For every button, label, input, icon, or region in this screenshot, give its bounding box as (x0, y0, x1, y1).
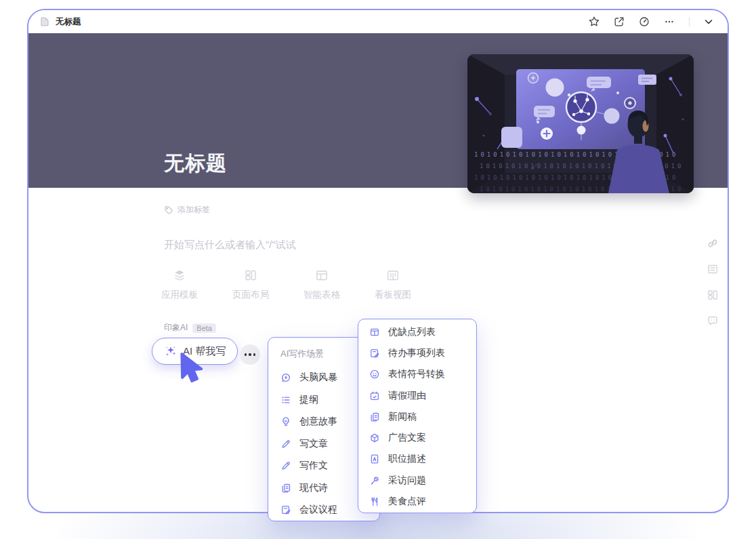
template-label: 智能表格 (303, 289, 340, 301)
layout-blocks-icon (244, 268, 257, 282)
titlebar: 无标题 (28, 10, 728, 33)
template-smart-table[interactable]: 智能表格 (295, 268, 349, 301)
doc-edit-icon (280, 504, 291, 515)
smart-table-icon (315, 268, 329, 282)
todo-doc-icon (369, 348, 380, 359)
menu-item-todo-list[interactable]: 待办事项列表 (358, 342, 476, 363)
recent-icon[interactable] (638, 16, 650, 28)
menu-item-leave-excuse[interactable]: 请假理由 (358, 385, 476, 406)
layers-icon (173, 268, 186, 282)
template-kanban-view[interactable]: 看板视图 (366, 268, 420, 301)
menu-item-ad-copy[interactable]: 广告文案 (358, 427, 476, 448)
ai-write-label: AI 帮我写 (183, 345, 226, 358)
comment-icon[interactable] (707, 315, 719, 327)
template-row: 应用模板 页面布局 智能表格 看板视图 (152, 268, 437, 301)
star-icon[interactable] (588, 16, 600, 28)
add-tag-button[interactable]: 添加标签 (164, 204, 210, 216)
tag-icon (164, 205, 173, 215)
package-box-icon (369, 433, 380, 443)
menu-item-job-description[interactable]: 职位描述 (358, 449, 476, 470)
doc-a-icon (369, 454, 380, 464)
titlebar-actions (588, 16, 714, 28)
share-icon[interactable] (613, 16, 625, 28)
ai-brand-name: 印象AI (164, 322, 188, 334)
menu-item-food-review[interactable]: 美食点评 (358, 491, 476, 512)
template-label: 页面布局 (232, 289, 269, 301)
microphone-icon (369, 475, 380, 486)
menu-item-pros-cons[interactable]: 优缺点列表 (358, 321, 476, 342)
lightbulb-icon (280, 416, 291, 427)
smiley-icon (369, 369, 380, 380)
layout-icon[interactable] (707, 289, 719, 301)
calendar-check-icon (369, 391, 380, 401)
pros-cons-table-icon (369, 327, 380, 338)
note-title[interactable]: 无标题 (164, 150, 227, 178)
outline-list-icon (280, 395, 291, 405)
template-page-layout[interactable]: 页面布局 (224, 268, 278, 301)
menu-item-press-release[interactable]: 新闻稿 (358, 406, 476, 427)
copy-doc-icon (369, 412, 380, 422)
copy-doc-icon (280, 483, 291, 494)
template-apply-template[interactable]: 应用模板 (152, 268, 207, 301)
outline-box-icon[interactable] (707, 263, 719, 275)
cutlery-icon (369, 496, 380, 507)
template-label: 看板视图 (375, 289, 411, 301)
ai-scene-menu: 优缺点列表 待办事项列表 表情符号转换 请假理由 新闻稿 广告文案 职位描述 (358, 319, 477, 513)
menu-item-interview-questions[interactable]: 采访问题 (358, 470, 476, 491)
link-icon[interactable] (707, 237, 719, 249)
editor-placeholder[interactable]: 开始写点什么或者输入"/"试试 (164, 239, 296, 252)
ai-write-button[interactable]: AI 帮我写 (152, 338, 238, 365)
add-tag-label: 添加标签 (177, 204, 210, 216)
side-tool-rail (707, 237, 719, 327)
document-icon (39, 16, 50, 27)
more-options-button[interactable] (240, 344, 260, 365)
titlebar-title: 无标题 (56, 16, 81, 28)
kanban-icon (386, 268, 400, 282)
page: 无标题 无标题 (0, 0, 756, 539)
brainstorm-icon (280, 372, 291, 383)
template-label: 应用模板 (161, 289, 198, 301)
collapse-icon[interactable] (703, 16, 714, 27)
more-icon[interactable] (663, 16, 675, 28)
note-banner: 无标题 101010101010101010101010101010 (28, 33, 728, 188)
pen-icon (280, 439, 291, 450)
menu-item-emoji-convert[interactable]: 表情符号转换 (358, 364, 476, 385)
hero-illustration: 10101010101010101010101010101010 1010101… (467, 54, 694, 193)
beta-badge: Beta (192, 323, 216, 333)
ai-sparkle-icon (164, 344, 177, 358)
titlebar-divider (689, 17, 690, 27)
ai-brand: 印象AI Beta (164, 322, 216, 334)
pen-icon (280, 460, 291, 471)
